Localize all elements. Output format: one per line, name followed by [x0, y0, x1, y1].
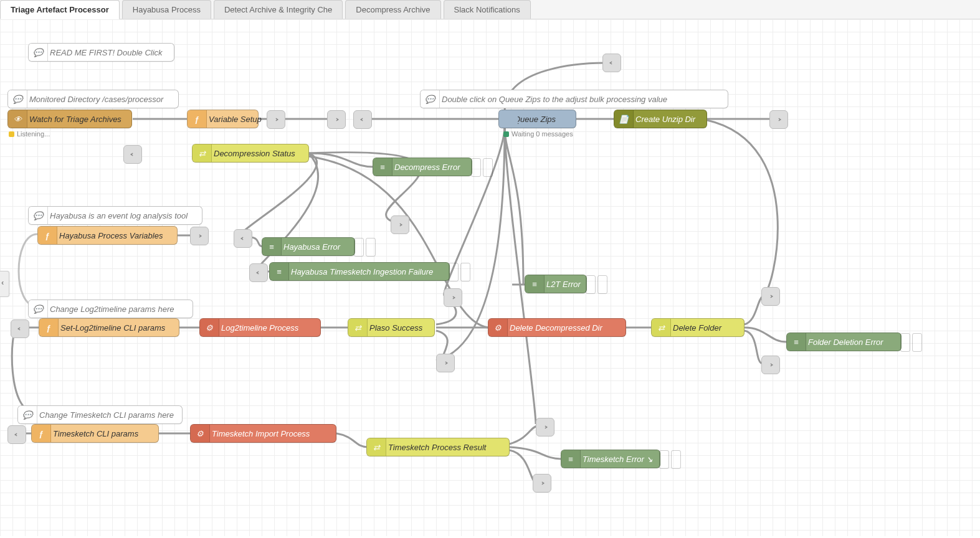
- node-hayabusa-vars[interactable]: ƒ Hayabusa Process Variables: [37, 226, 178, 245]
- function-icon: ƒ: [44, 323, 54, 333]
- sidebar-toggle[interactable]: [0, 271, 9, 297]
- node-label: Delete Decompressed Dir: [510, 323, 602, 333]
- debug-toggle[interactable]: [460, 263, 470, 281]
- node-ts-error[interactable]: ≡ Timesketch Error ↘: [561, 450, 660, 468]
- node-label: Watch for Triage Archives: [29, 115, 121, 124]
- status-listening: Listening...: [9, 130, 50, 138]
- link-out[interactable]: [536, 418, 554, 437]
- link-out[interactable]: [533, 474, 551, 493]
- comment-monitored-dir[interactable]: 💬 Monitored Directory /cases/processor: [7, 90, 179, 108]
- tab-detect[interactable]: Detect Archive & Integrity Che: [214, 0, 343, 19]
- eye-icon: 👁: [12, 114, 22, 124]
- debug-toggle[interactable]: [659, 450, 669, 469]
- node-plaso-success[interactable]: ⇄ Plaso Success: [348, 318, 435, 337]
- link-in[interactable]: [7, 425, 26, 444]
- node-label: Plaso Success: [369, 323, 422, 333]
- node-label: READ ME FIRST! Double Click: [50, 48, 163, 57]
- tab-triage[interactable]: Triage Artefact Processor: [0, 0, 120, 19]
- link-out[interactable]: [436, 354, 455, 372]
- flow-canvas[interactable]: 💬 READ ME FIRST! Double Click 💬 Monitore…: [0, 19, 980, 536]
- link-in[interactable]: [353, 110, 372, 129]
- node-folder-deletion-error[interactable]: ≡ Folder Deletion Error: [786, 333, 902, 351]
- node-delete-decompressed[interactable]: ⚙ Delete Decompressed Dir: [488, 318, 626, 337]
- node-label: Hayabusa Timesketch Ingestion Failure: [291, 267, 433, 276]
- node-l2t-error[interactable]: ≡ L2T Error: [525, 275, 587, 293]
- node-label: Variable Setup: [209, 115, 262, 124]
- gear-icon: ⚙: [204, 323, 214, 333]
- debug-toggle[interactable]: [483, 158, 493, 177]
- tab-label: Detect Archive & Integrity Che: [224, 5, 332, 14]
- status-text: Listening...: [17, 130, 50, 138]
- debug-toggle[interactable]: [449, 263, 459, 281]
- link-out[interactable]: [769, 110, 788, 129]
- node-label: Timesketch Error ↘: [583, 455, 653, 464]
- comment-l2t-params[interactable]: 💬 Change Log2timeline params here: [28, 300, 193, 318]
- debug-icon: ≡: [267, 242, 277, 252]
- link-in[interactable]: [602, 54, 621, 72]
- node-ts-params[interactable]: ƒ Timesketch CLI params: [31, 424, 159, 443]
- comment-queue-hint[interactable]: 💬 Double click on Queue Zips to the adju…: [420, 90, 728, 108]
- node-hayabusa-error[interactable]: ≡ Hayabusa Error: [262, 237, 355, 256]
- node-variable-setup[interactable]: ƒ Variable Setup: [187, 110, 259, 128]
- link-in[interactable]: [11, 319, 29, 338]
- debug-toggle[interactable]: [471, 158, 481, 177]
- node-ts-result[interactable]: ⇄ Timesketch Process Result: [366, 438, 510, 456]
- link-out[interactable]: [444, 288, 462, 307]
- link-in[interactable]: [234, 229, 252, 248]
- debug-icon: ≡: [791, 337, 801, 347]
- link-out[interactable]: [267, 110, 285, 129]
- tab-label: Decompress Archive: [356, 5, 430, 14]
- node-decompression-status[interactable]: ⇄ Decompression Status: [192, 144, 309, 163]
- tab-label: Slack Notifications: [454, 5, 520, 14]
- tab-decompress[interactable]: Decompress Archive: [345, 0, 440, 19]
- debug-icon: ≡: [566, 454, 576, 464]
- status-text: Waiting 0 messages: [511, 130, 573, 138]
- debug-toggle[interactable]: [597, 275, 607, 294]
- link-out[interactable]: [761, 356, 780, 374]
- tab-label: Hayabusa Process: [133, 5, 201, 14]
- function-icon: ƒ: [36, 428, 46, 438]
- node-create-unzip-dir[interactable]: 📄 Create Unzip Dir: [614, 110, 707, 128]
- debug-toggle[interactable]: [900, 333, 910, 352]
- debug-toggle[interactable]: [671, 450, 681, 469]
- node-watch-triage[interactable]: 👁 Watch for Triage Archives: [7, 110, 132, 128]
- node-label: Timesketch CLI params: [53, 429, 138, 438]
- node-label: Log2timeline Process: [221, 323, 298, 333]
- status-dot: [9, 131, 14, 137]
- tab-hayabusa[interactable]: Hayabusa Process: [122, 0, 211, 19]
- tab-bar: Triage Artefact Processor Hayabusa Proce…: [0, 0, 980, 19]
- switch-icon: ⇄: [197, 148, 207, 158]
- comment-readme[interactable]: 💬 READ ME FIRST! Double Click: [28, 43, 174, 62]
- comment-icon: 💬: [33, 304, 43, 314]
- link-in[interactable]: [249, 263, 268, 282]
- debug-icon: ≡: [530, 279, 540, 289]
- node-label: Hayabusa Error: [283, 242, 340, 252]
- link-in[interactable]: [123, 145, 142, 164]
- debug-toggle[interactable]: [912, 333, 922, 352]
- debug-toggle[interactable]: [586, 275, 596, 294]
- status-dot: [503, 131, 509, 137]
- comment-icon: 💬: [33, 210, 43, 220]
- debug-toggle[interactable]: [366, 238, 376, 257]
- tab-slack[interactable]: Slack Notifications: [444, 0, 531, 19]
- node-queue-zips[interactable]: Queue Zips: [498, 110, 576, 128]
- link-out[interactable]: [761, 287, 780, 306]
- link-out[interactable]: [327, 110, 346, 129]
- node-label: Change Timesketch CLI params here: [39, 410, 174, 420]
- node-l2t-process[interactable]: ⚙ Log2timeline Process: [199, 318, 321, 337]
- switch-icon: ⇄: [353, 323, 363, 333]
- node-label: Decompress Error: [394, 163, 460, 172]
- tab-label: Triage Artefact Processor: [11, 5, 109, 14]
- node-ts-import[interactable]: ⚙ Timesketch Import Process: [190, 424, 336, 443]
- node-hayabusa-ts-fail[interactable]: ≡ Hayabusa Timesketch Ingestion Failure: [269, 262, 450, 281]
- debug-toggle[interactable]: [354, 238, 364, 257]
- comment-ts-params[interactable]: 💬 Change Timesketch CLI params here: [17, 405, 183, 424]
- node-delete-folder[interactable]: ⇄ Delete Folder: [651, 318, 745, 337]
- node-set-l2t-params[interactable]: ƒ Set-Log2timeline CLI params: [39, 318, 179, 337]
- node-decompress-error[interactable]: ≡ Decompress Error: [373, 158, 472, 176]
- comment-icon: 💬: [425, 94, 435, 104]
- node-label: L2T Error: [546, 280, 581, 289]
- link-out[interactable]: [391, 215, 409, 234]
- link-out[interactable]: [190, 227, 209, 245]
- comment-hayabusa-desc[interactable]: 💬 Hayabusa is an event log analysis tool: [28, 206, 202, 225]
